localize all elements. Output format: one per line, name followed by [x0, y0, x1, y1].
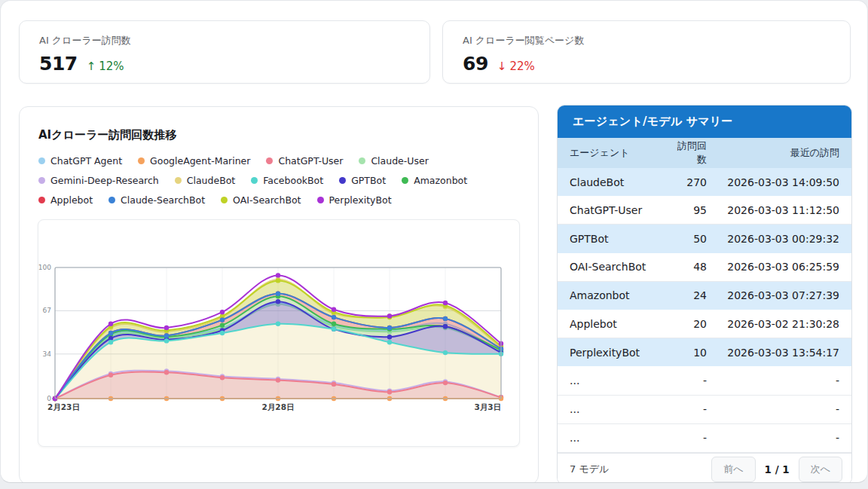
agent-name-cell: ... [570, 403, 669, 415]
agent-name-cell: Amazonbot [570, 289, 669, 301]
column-header-agent: エージェント [570, 146, 669, 160]
legend-item-label: GPTBot [351, 175, 386, 186]
legend-dot-icon [138, 157, 145, 164]
table-header-row: エージェント 訪問回数 最近の訪問 [558, 138, 851, 168]
legend-dot-icon [402, 177, 408, 184]
legend-item-applebot[interactable]: Applebot [38, 194, 93, 206]
legend-item-chatgpt-user[interactable]: ChatGPT-User [266, 155, 343, 167]
legend-item-amazonbot[interactable]: Amazonbot [402, 175, 467, 186]
stat-delta-value: 22% [509, 60, 534, 73]
legend-item-chatgpt-agent[interactable]: ChatGPT Agent [38, 155, 122, 167]
legend-dot-icon [221, 197, 228, 203]
legend-item-label: FacebookBot [263, 175, 323, 186]
legend-item-gemini-deep-research[interactable]: Gemini-Deep-Research [38, 175, 159, 186]
dashboard-page: AI クローラー訪問数 517 ↑12% AI クローラー閲覧ページ数 69 ↓… [0, 0, 868, 483]
chart-legend: ChatGPT AgentGoogleAgent-MarinerChatGPT-… [32, 155, 521, 206]
visit-count-cell: - [669, 374, 707, 387]
last-visit-cell: - [707, 432, 839, 444]
agent-name-cell: OAI-SearchBot [570, 261, 669, 273]
legend-item-claude-user[interactable]: Claude-User [359, 155, 428, 167]
visit-count-cell: 270 [669, 176, 707, 188]
table-row[interactable]: ...-- [558, 396, 851, 424]
stat-delta: ↓22% [497, 60, 535, 73]
agent-name-cell: GPTBot [570, 233, 669, 245]
visit-count-cell: 48 [669, 261, 707, 273]
legend-dot-icon [108, 197, 115, 203]
table-row[interactable]: OAI-SearchBot482026-03-03 06:25:59 [558, 253, 851, 282]
table-row[interactable]: ...-- [558, 424, 851, 453]
legend-dot-icon [317, 197, 324, 203]
svg-text:67: 67 [43, 307, 51, 314]
table-row[interactable]: GPTBot502026-03-03 00:29:32 [558, 225, 851, 252]
visit-count-cell: 24 [669, 289, 707, 301]
legend-item-label: Gemini-Deep-Research [50, 175, 159, 186]
legend-dot-icon [38, 177, 45, 184]
table-row[interactable]: PerplexityBot102026-03-03 13:54:17 [558, 338, 851, 366]
table-row[interactable]: Amazonbot242026-03-03 07:27:39 [558, 282, 851, 310]
legend-dot-icon [38, 197, 45, 203]
legend-dot-icon [38, 157, 45, 164]
svg-text:100: 100 [38, 264, 51, 271]
column-header-last-visit: 最近の訪問 [707, 146, 839, 160]
legend-item-label: ChatGPT-User [278, 155, 343, 167]
prev-page-button[interactable]: 前へ [711, 457, 755, 482]
agent-name-cell: ClaudeBot [570, 176, 669, 188]
stat-card-crawled-pages: AI クローラー閲覧ページ数 69 ↓22% [442, 20, 851, 84]
legend-item-facebookbot[interactable]: FacebookBot [251, 175, 323, 186]
last-visit-cell: - [707, 374, 839, 387]
last-visit-cell: 2026-03-03 06:25:59 [707, 261, 839, 273]
legend-item-label: Applebot [50, 194, 93, 206]
stat-label: AI クローラー閲覧ページ数 [463, 34, 830, 47]
stat-delta: ↑12% [87, 60, 124, 73]
last-visit-cell: 2026-03-03 07:27:39 [707, 289, 839, 301]
table-row[interactable]: ClaudeBot2702026-03-03 14:09:50 [558, 168, 851, 196]
down-arrow-icon: ↓ [497, 60, 507, 73]
table-row[interactable]: ...-- [558, 366, 851, 395]
table-row[interactable]: Applebot202026-03-02 21:30:28 [558, 310, 851, 338]
visits-trend-chart: 034671002月23日2月28日3月3日 [38, 220, 521, 448]
last-visit-cell: 2026-03-02 21:30:28 [707, 318, 839, 330]
model-count-label: 7 モデル [570, 463, 702, 476]
legend-item-label: OAI-SearchBot [233, 194, 301, 206]
legend-item-label: GoogleAgent-Mariner [150, 155, 250, 167]
stat-value: 517 [39, 53, 78, 75]
svg-text:3月3日: 3月3日 [474, 402, 501, 411]
table-row[interactable]: ChatGPT-User952026-03-03 11:12:50 [558, 196, 851, 225]
svg-text:0: 0 [47, 395, 51, 402]
visit-count-cell: 20 [669, 318, 707, 330]
stat-value: 69 [463, 53, 488, 75]
legend-item-claudebot[interactable]: ClaudeBot [175, 175, 236, 186]
legend-item-googleagent-mariner[interactable]: GoogleAgent-Mariner [138, 155, 250, 167]
visit-count-cell: 50 [669, 233, 707, 245]
next-page-button[interactable]: 次へ [799, 457, 842, 482]
last-visit-cell: 2026-03-03 13:54:17 [707, 347, 839, 359]
legend-dot-icon [251, 177, 258, 184]
legend-dot-icon [266, 157, 273, 164]
legend-item-label: Claude-SearchBot [121, 194, 205, 206]
visit-count-cell: - [669, 432, 707, 444]
table-body: ClaudeBot2702026-03-03 14:09:50ChatGPT-U… [558, 168, 851, 453]
legend-item-perplexitybot[interactable]: PerplexityBot [317, 194, 392, 206]
last-visit-cell: 2026-03-03 14:09:50 [707, 176, 839, 188]
last-visit-cell: 2026-03-03 00:29:32 [707, 233, 839, 245]
agent-name-cell: ChatGPT-User [570, 204, 669, 216]
legend-item-gptbot[interactable]: GPTBot [339, 175, 386, 186]
column-header-visits: 訪問回数 [669, 139, 707, 167]
visits-trend-card: AIクローラー訪問回数推移 ChatGPT AgentGoogleAgent-M… [19, 106, 539, 483]
legend-item-label: Amazonbot [414, 175, 467, 186]
agent-name-cell: ... [570, 432, 669, 444]
legend-item-oai-searchbot[interactable]: OAI-SearchBot [221, 194, 301, 206]
visit-count-cell: 95 [669, 204, 707, 216]
legend-item-label: PerplexityBot [329, 194, 392, 206]
last-visit-cell: 2026-03-03 11:12:50 [707, 204, 839, 216]
agent-name-cell: PerplexityBot [570, 347, 669, 359]
legend-item-claude-searchbot[interactable]: Claude-SearchBot [108, 194, 205, 206]
panel-title: エージェント/モデル サマリー [558, 105, 851, 138]
visit-count-cell: 10 [669, 347, 707, 359]
legend-dot-icon [175, 177, 182, 184]
legend-dot-icon [359, 157, 365, 164]
agent-name-cell: ... [570, 374, 669, 387]
svg-text:2月28日: 2月28日 [262, 402, 295, 411]
agent-name-cell: Applebot [570, 318, 669, 330]
svg-text:34: 34 [43, 350, 52, 358]
